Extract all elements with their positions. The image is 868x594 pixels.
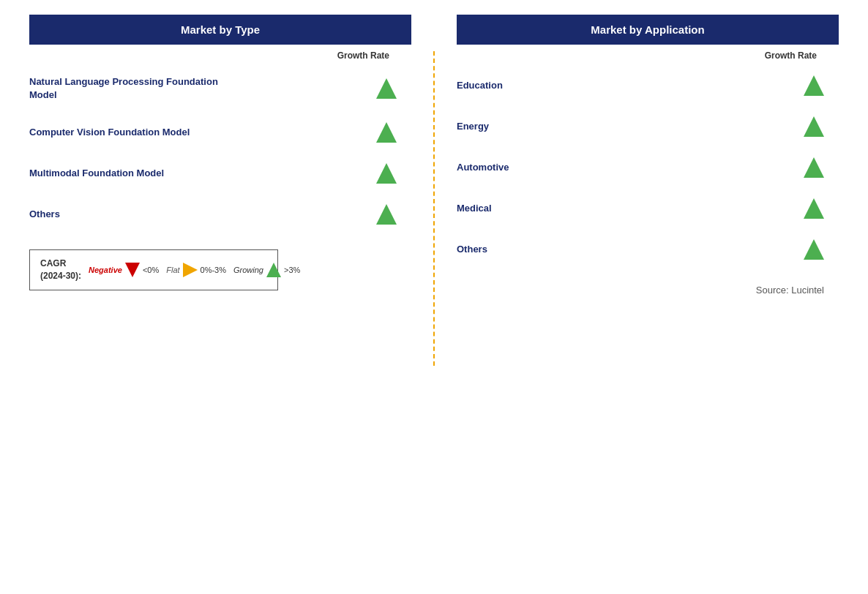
item-label-education: Education bbox=[457, 79, 654, 92]
item-label-others-right: Others bbox=[457, 243, 654, 256]
item-label-medical: Medical bbox=[457, 202, 654, 215]
divider bbox=[433, 51, 435, 366]
item-label-others-left: Others bbox=[29, 208, 227, 221]
item-label-cv: Computer Vision Foundation Model bbox=[29, 126, 227, 139]
source-text: Source: Lucintel bbox=[457, 285, 839, 296]
right-growth-rate-label: Growth Rate bbox=[457, 50, 839, 61]
list-item: Others bbox=[29, 194, 411, 235]
arrow-up-icon bbox=[376, 204, 397, 225]
legend-flat: Flat 0%-3% bbox=[166, 263, 226, 277]
arrow-up-icon bbox=[376, 78, 397, 99]
item-label-energy: Energy bbox=[457, 120, 654, 133]
right-panel-header: Market by Application bbox=[457, 15, 839, 45]
arrow-up-icon bbox=[376, 122, 397, 143]
item-label-multimodal: Multimodal Foundation Model bbox=[29, 167, 227, 180]
left-growth-rate-label: Growth Rate bbox=[29, 50, 411, 61]
list-item: Medical bbox=[457, 188, 839, 229]
left-panel-header: Market by Type bbox=[29, 15, 411, 45]
list-item: Computer Vision Foundation Model bbox=[29, 112, 411, 153]
left-panel: Market by Type Growth Rate Natural Langu… bbox=[29, 15, 411, 579]
right-panel: Market by Application Growth Rate Educat… bbox=[457, 15, 839, 579]
item-label-automotive: Automotive bbox=[457, 161, 654, 174]
list-item: Education bbox=[457, 65, 839, 106]
legend-negative-label: Negative bbox=[89, 266, 122, 274]
arrow-up-icon bbox=[804, 239, 824, 260]
arrow-right-icon bbox=[183, 263, 198, 277]
list-item: Others bbox=[457, 229, 839, 270]
arrow-up-icon bbox=[804, 198, 824, 219]
legend-negative: Negative <0% bbox=[89, 263, 159, 277]
legend-growing-label: Growing bbox=[233, 266, 263, 274]
list-item: Automotive bbox=[457, 147, 839, 188]
legend-title: CAGR(2024-30): bbox=[40, 257, 81, 282]
legend-flat-label: Flat bbox=[166, 266, 179, 274]
arrow-up-icon bbox=[804, 75, 824, 96]
legend-negative-value: <0% bbox=[143, 266, 159, 274]
legend-growing-value: >3% bbox=[284, 266, 300, 274]
arrow-up-green-sm-icon bbox=[266, 263, 281, 277]
list-item: Multimodal Foundation Model bbox=[29, 153, 411, 194]
legend-growing: Growing >3% bbox=[233, 263, 300, 277]
legend-flat-value: 0%-3% bbox=[201, 266, 226, 274]
arrow-down-icon bbox=[125, 263, 140, 277]
item-label-nlp: Natural Language Processing Foundation M… bbox=[29, 75, 227, 102]
arrow-up-icon bbox=[804, 116, 824, 137]
arrow-up-icon bbox=[804, 157, 824, 178]
arrow-up-icon bbox=[376, 163, 397, 184]
list-item: Energy bbox=[457, 106, 839, 147]
list-item: Natural Language Processing Foundation M… bbox=[29, 65, 411, 112]
legend-box: CAGR(2024-30): Negative <0% Flat 0%-3% G… bbox=[29, 249, 278, 290]
